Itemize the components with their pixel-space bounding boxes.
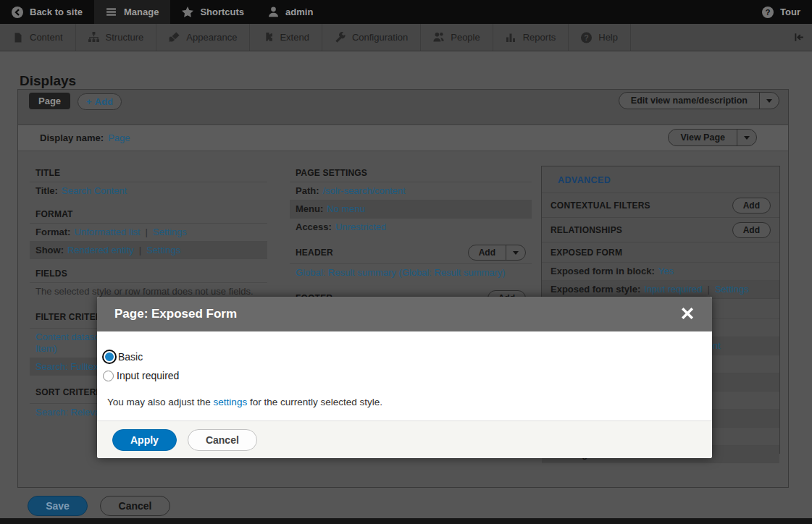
tab-page-display[interactable]: Page: [29, 93, 70, 109]
page-title: Displays: [20, 73, 76, 89]
views-row-link[interactable]: Settings: [715, 284, 749, 295]
modal-titlebar[interactable]: Page: Exposed Form: [97, 297, 712, 331]
views-row-link[interactable]: Settings: [153, 227, 187, 237]
views-row-link[interactable]: Global: Result summary (Global: Result s…: [296, 267, 506, 278]
views-row: Global: Result summary (Global: Result s…: [290, 263, 532, 282]
views-row-link[interactable]: Input required: [644, 284, 702, 295]
toolbar-item-back-to-site[interactable]: Back to site: [0, 0, 94, 24]
radio-option-input-required[interactable]: Input required: [103, 370, 702, 381]
row-label: Menu:: [296, 203, 323, 214]
views-row: Title:Search Content: [30, 182, 267, 200]
svg-text:?: ?: [584, 33, 589, 41]
add-button-group: Add: [732, 222, 771, 238]
menu-item-help[interactable]: ?Help: [569, 24, 631, 51]
menu-item-reports[interactable]: Reports: [493, 24, 569, 51]
collapse-left-icon: [794, 32, 805, 43]
menu-item-extend[interactable]: Extend: [250, 24, 322, 51]
menu-item-label: Help: [598, 32, 618, 43]
toolbar-collapse-button[interactable]: [787, 24, 812, 51]
toolbar-item-manage[interactable]: Manage: [94, 0, 170, 24]
document-icon: [12, 32, 23, 43]
modal-body: BasicInput required You may also adjust …: [97, 331, 712, 407]
toolbar-item-label: Manage: [124, 7, 159, 17]
views-row-link[interactable]: Unrestricted: [335, 221, 386, 232]
views-row: Menu:No menu: [290, 200, 532, 218]
add-caret-button[interactable]: [506, 245, 525, 260]
row-label: Title:: [35, 185, 58, 196]
views-row: Access:Unrestricted: [290, 218, 532, 236]
menu-item-label: Reports: [523, 32, 556, 43]
menu-item-content[interactable]: Content: [0, 24, 76, 51]
paintbrush-icon: [169, 32, 180, 43]
section-header: HEADERAdd: [290, 242, 532, 263]
views-section-page-settings: PAGE SETTINGSPath:/solr-search/contentMe…: [290, 164, 532, 236]
column-middle: PAGE SETTINGSPath:/solr-search/contentMe…: [290, 164, 532, 315]
view-page-caret-button[interactable]: [737, 130, 756, 145]
modal-footer: Apply Cancel: [97, 421, 712, 458]
menu-item-label: Configuration: [352, 32, 408, 43]
add-button[interactable]: Add: [733, 223, 770, 237]
views-row-link[interactable]: No menu: [327, 203, 365, 214]
puzzle-icon: [262, 32, 273, 43]
views-row: Format:Unformatted list|Settings: [30, 223, 267, 241]
views-row-link[interactable]: Settings: [146, 245, 180, 255]
sitemap-icon: [88, 32, 99, 43]
separator: |: [145, 227, 147, 237]
menu-item-people[interactable]: People: [421, 24, 493, 51]
menu-item-configuration[interactable]: Configuration: [322, 24, 421, 51]
radio-option-basic[interactable]: Basic: [103, 351, 702, 363]
views-row: Exposed form in block:Yes: [542, 262, 779, 280]
toolbar-item-admin[interactable]: admin: [256, 0, 325, 24]
section-title: HEADER: [296, 248, 333, 258]
toolbar-item-shortcuts[interactable]: Shortcuts: [170, 0, 256, 24]
toolbar-item-label: Tour: [780, 7, 800, 17]
radio-selected-icon[interactable]: [104, 351, 115, 363]
add-button[interactable]: Add: [469, 245, 506, 260]
section-header: RELATIONSHIPSAdd: [542, 218, 779, 242]
bottom-edge-strip: [0, 518, 812, 524]
section-header: TITLE: [30, 164, 267, 182]
radio-label: Basic: [118, 351, 143, 363]
toolbar-item-tour[interactable]: ?Tour: [750, 0, 812, 24]
chevron-down-icon: [513, 251, 519, 255]
menu-item-structure[interactable]: Structure: [76, 24, 157, 51]
radio-unselected-icon[interactable]: [103, 371, 114, 381]
add-display-button[interactable]: +Add: [78, 93, 122, 110]
chevron-down-icon: [766, 99, 772, 103]
views-row-link[interactable]: Search Content: [62, 185, 127, 196]
advanced-section-toggle[interactable]: ADVANCED: [542, 166, 779, 193]
views-section-fields: FIELDSThe selected style or row format d…: [30, 265, 267, 300]
apply-button[interactable]: Apply: [112, 429, 177, 451]
add-button[interactable]: Add: [733, 198, 770, 213]
add-button-group: Add: [732, 198, 771, 214]
views-row-link[interactable]: /solr-search/content: [323, 185, 406, 196]
admin-toolbar: Back to siteManageShortcutsadmin ?Tour: [0, 0, 812, 24]
views-row-link[interactable]: Item): [35, 343, 57, 354]
section-header: PAGE SETTINGS: [290, 164, 532, 182]
view-page-button[interactable]: View Page: [669, 130, 737, 145]
menu-item-appearance[interactable]: Appearance: [156, 24, 250, 51]
section-title: PAGE SETTINGS: [296, 168, 367, 178]
star-icon: [182, 7, 193, 18]
cancel-button[interactable]: Cancel: [100, 496, 170, 516]
person-icon: [267, 7, 279, 18]
svg-text:?: ?: [766, 8, 771, 17]
save-button[interactable]: Save: [28, 496, 88, 516]
close-icon[interactable]: [680, 307, 695, 321]
row-label: Exposed form style:: [551, 284, 640, 295]
edit-view-name-button[interactable]: Edit view name/description: [619, 93, 759, 109]
wrench-icon: [335, 32, 346, 43]
settings-link[interactable]: settings: [214, 397, 248, 407]
edit-view-caret-button[interactable]: [759, 93, 779, 109]
display-name-label: Display name:: [40, 132, 104, 143]
modal-cancel-button[interactable]: Cancel: [188, 429, 257, 451]
section-title: TITLE: [35, 168, 60, 178]
views-row-link[interactable]: Yes: [658, 266, 674, 276]
views-row-link[interactable]: Unformatted list: [74, 227, 140, 237]
section-title: EXPOSED FORM: [551, 248, 622, 258]
row-label: Format:: [35, 227, 70, 237]
section-title: FIELDS: [35, 269, 67, 279]
views-row-link[interactable]: Rendered entity: [67, 245, 134, 255]
section-title: FORMAT: [35, 209, 73, 219]
display-name-value-link[interactable]: Page: [108, 132, 130, 143]
